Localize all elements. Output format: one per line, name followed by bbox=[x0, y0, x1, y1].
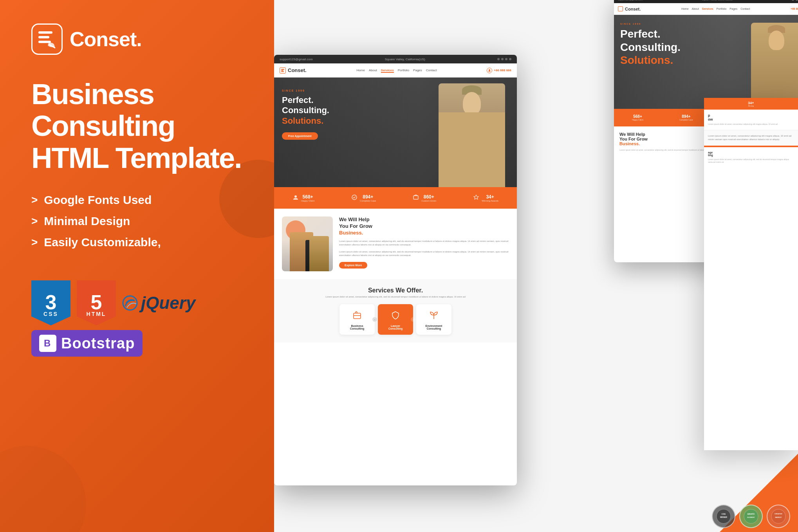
service-icon-business bbox=[351, 309, 363, 321]
stat-1: 568+ Happy Client bbox=[292, 194, 314, 202]
mockup-navbar: Conset. Home About Services Portfolio Pa… bbox=[274, 63, 517, 78]
right-content-1: pow Lorem ipsum dolor sit amet, consecte… bbox=[704, 110, 798, 130]
back-hero: SINCE 1996 Perfect. Consulting. Solution… bbox=[614, 15, 798, 109]
svg-text:CSS: CSS bbox=[722, 513, 726, 515]
hero-cta-button[interactable]: Free Appointment bbox=[282, 132, 318, 140]
feature-item-3: Easily Customizable, bbox=[31, 236, 243, 249]
mockup-services: Services We Offer. Lorem ipsum dolor sit… bbox=[274, 279, 517, 343]
right-content-2: Lorem ipsum dolor sit amet, consectetur … bbox=[704, 130, 798, 146]
logo-icon bbox=[31, 23, 63, 55]
stat-3-label: Custom Given bbox=[421, 200, 436, 202]
jquery-text: jQuery bbox=[141, 293, 195, 313]
back-navbar: Conset. Home About Services Portfolio Pa… bbox=[614, 3, 798, 15]
back-logo: Conset. bbox=[625, 7, 641, 11]
service-name-environment: EnvironmentConsulting bbox=[420, 325, 448, 330]
svg-rect-0 bbox=[38, 31, 52, 34]
bootstrap-text: Bootstrap bbox=[61, 335, 135, 352]
mockup-hero-content: SINCE 1996 Perfect. Consulting. Solution… bbox=[282, 89, 329, 140]
stat-4-label: Winning Awards bbox=[482, 200, 498, 202]
service-card-environment: EnvironmentConsulting bbox=[416, 304, 451, 335]
jquery-logo: jQuery bbox=[122, 293, 195, 313]
headline: Business Consulting HTML Template. bbox=[31, 78, 243, 174]
back-address: Square Valley, California(US) bbox=[702, 0, 732, 1]
services-title: Services We Offer. bbox=[282, 287, 509, 294]
service-name-lawyer: LawyerConsulting bbox=[382, 325, 409, 330]
svg-rect-2 bbox=[38, 41, 51, 43]
stat-1-label: Happy Client bbox=[301, 200, 314, 202]
help-image bbox=[282, 216, 333, 271]
svg-rect-12 bbox=[413, 196, 418, 199]
svg-text:B: B bbox=[44, 338, 51, 348]
mockup-main: support123@gmail.com Square Valley, Cali… bbox=[274, 55, 517, 485]
help-content: We Will Help You For Grow Business. Lore… bbox=[339, 216, 509, 271]
logo-text: Conset. bbox=[70, 27, 142, 51]
help-title: We Will Help You For Grow Business. bbox=[339, 216, 509, 236]
service-icon-lawyer bbox=[389, 309, 402, 321]
svg-rect-14 bbox=[354, 313, 361, 319]
svg-text:MARKET: MARKET bbox=[775, 516, 782, 518]
svg-rect-1 bbox=[38, 36, 49, 38]
svg-point-10 bbox=[294, 195, 297, 198]
svg-rect-8 bbox=[281, 71, 284, 72]
back-nav-links: Home About Services Portfolio Pages Cont… bbox=[681, 7, 750, 10]
stat-1-num: 568+ bbox=[301, 194, 314, 200]
mockup-help: We Will Help You For Grow Business. Lore… bbox=[274, 209, 517, 279]
services-grid: BusinessConsulting › LawyerConsulting › bbox=[282, 304, 509, 335]
svg-marker-13 bbox=[474, 195, 478, 199]
svg-point-9 bbox=[489, 69, 490, 71]
service-icon-environment bbox=[428, 309, 440, 321]
topbar-email: support123@gmail.com bbox=[280, 58, 313, 61]
mockup-right: 34+Winning pow Lorem ipsum dolor sit ame… bbox=[704, 98, 798, 450]
watermark-2: ENVATO ELEMENT bbox=[739, 505, 763, 528]
watermarks: CSS WINNER ENVATO ELEMENT CREATIVE MARKE… bbox=[712, 505, 790, 528]
watermark-1: CSS WINNER bbox=[712, 505, 735, 528]
html5-logo: 5 HTML bbox=[77, 280, 116, 325]
css3-logo: 3 CSS bbox=[31, 280, 70, 325]
help-body2: Lorem ipsum dolor sit amet, consectetur … bbox=[339, 250, 509, 258]
feature-item-1: Google Fonts Used bbox=[31, 193, 243, 207]
svg-text:CREATIVE: CREATIVE bbox=[775, 513, 782, 515]
help-body: Lorem ipsum dolor sit amet, consectetur … bbox=[339, 240, 509, 247]
right-content-3: ageting Lorem ipsum dolor sit amet, cons… bbox=[704, 147, 798, 168]
stat-4-num: 34+ bbox=[482, 194, 498, 200]
service-card-lawyer: LawyerConsulting › bbox=[378, 304, 413, 335]
stat-3: 860+ Custom Given bbox=[413, 194, 436, 202]
svg-text:ELEMENT: ELEMENT bbox=[747, 516, 755, 518]
stat-4: 34+ Winning Awards bbox=[473, 194, 498, 202]
hero-title: Perfect. Consulting. Solutions. bbox=[282, 95, 329, 126]
watermark-3: CREATIVE MARKET bbox=[767, 505, 790, 528]
svg-rect-7 bbox=[281, 70, 283, 71]
logo-area: Conset. bbox=[31, 23, 243, 55]
service-name-business: BusinessConsulting bbox=[343, 325, 371, 330]
stat-2: 894+ Complete Case bbox=[351, 194, 376, 202]
help-explore-button[interactable]: Explore More bbox=[339, 262, 367, 269]
back-hero-title: Perfect. Consulting. Solutions. bbox=[620, 27, 681, 67]
mockup-hero: SINCE 1996 Perfect. Consulting. Solution… bbox=[274, 78, 517, 187]
mockup-phone: +66 888 666 bbox=[494, 69, 511, 72]
back-phone: +66 888 666 bbox=[791, 7, 798, 10]
right-bar-stats: 34+Winning bbox=[704, 98, 798, 110]
back-hero-content: SINCE 1996 Perfect. Consulting. Solution… bbox=[620, 23, 681, 67]
services-subtitle: Lorem ipsum dolor sit amet, consectetur … bbox=[282, 296, 509, 298]
svg-text:ENVATO: ENVATO bbox=[747, 513, 755, 515]
service-card-business: BusinessConsulting › bbox=[339, 304, 375, 335]
mockup-topbar: support123@gmail.com Square Valley, Cali… bbox=[274, 55, 517, 63]
mockup-nav-links: Home About Services Portfolio Pages Cont… bbox=[357, 69, 437, 72]
stat-2-label: Complete Case bbox=[360, 200, 376, 202]
hero-since: SINCE 1996 bbox=[282, 89, 329, 92]
features-list: Google Fonts Used Minimal Design Easily … bbox=[31, 193, 243, 249]
back-topbar: support123@gmail.com Square Valley, Cali… bbox=[614, 0, 798, 3]
back-since: SINCE 1996 bbox=[620, 23, 681, 25]
left-panel: Conset. Business Consulting HTML Templat… bbox=[0, 0, 274, 532]
headline-text: Business Consulting HTML Template. bbox=[31, 78, 243, 174]
stat-3-num: 860+ bbox=[421, 194, 436, 200]
svg-rect-6 bbox=[281, 69, 284, 70]
stat-2-num: 894+ bbox=[360, 194, 376, 200]
mockup-stats: 568+ Happy Client 894+ Complete Case 8 bbox=[274, 187, 517, 209]
right-panel: support123@gmail.com Square Valley, Cali… bbox=[274, 0, 798, 532]
feature-item-2: Minimal Design bbox=[31, 215, 243, 228]
mockup-logo: Conset. bbox=[280, 67, 307, 74]
topbar-address: Square Valley, California(US) bbox=[385, 58, 425, 61]
bootstrap-logo: B Bootstrap bbox=[31, 330, 143, 357]
svg-text:WINNER: WINNER bbox=[720, 516, 728, 518]
